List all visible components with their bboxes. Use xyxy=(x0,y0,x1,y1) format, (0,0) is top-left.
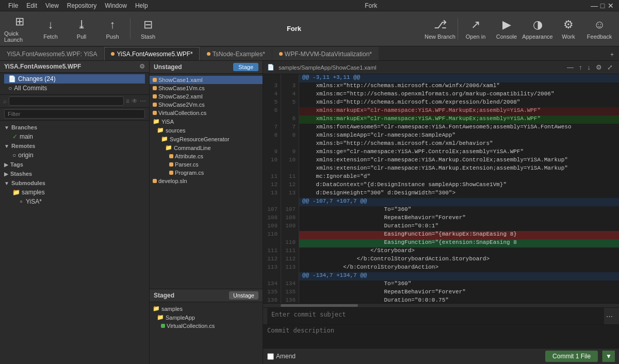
open-in-label: Open in xyxy=(466,34,486,40)
commit-options-button[interactable]: ⋯ xyxy=(604,311,615,321)
menu-repository[interactable]: Repository xyxy=(63,2,101,9)
remotes-arrow: ▼ xyxy=(4,143,9,149)
tab-modified-dot2 xyxy=(207,52,210,56)
menu-help[interactable]: Help xyxy=(131,2,152,9)
sidebar-changes[interactable]: 📄 Changes (24) xyxy=(4,74,145,84)
line-content: </b:ControlStoryboardAction> xyxy=(299,264,619,272)
tags-header[interactable]: ▶ Tags xyxy=(0,160,149,169)
diff-line: 135135 RepeatBehavior="Forever" xyxy=(263,289,619,297)
folder-commandline[interactable]: 📁 CommandLine xyxy=(150,143,263,152)
sidebar-settings-icon[interactable]: ⚙ xyxy=(139,63,145,70)
diff-expand-button[interactable]: ⤢ xyxy=(605,62,615,72)
line-num-left xyxy=(263,165,281,173)
staged-folder-samples[interactable]: 📁 samples xyxy=(150,304,263,313)
submodules-header[interactable]: ▼ Submodules xyxy=(0,178,149,188)
new-tab-button[interactable]: + xyxy=(605,49,619,60)
work-label: Work xyxy=(562,34,575,40)
diff-line: 111111 </Storyboard> xyxy=(263,247,619,256)
fetch-icon: ↓ xyxy=(48,18,54,31)
file-showcase1-xaml[interactable]: ShowCase1.xaml xyxy=(150,76,263,84)
file-attribute-cs[interactable]: Attribute.cs xyxy=(150,152,263,160)
diff-prev-button[interactable]: ↑ xyxy=(577,62,584,72)
maximize-button[interactable]: □ xyxy=(598,2,607,10)
file-showcase1vm-label: ShowCase1Vm.cs xyxy=(158,85,205,91)
menu-window[interactable]: Window xyxy=(101,2,131,9)
line-num-left: 107 xyxy=(263,206,281,214)
folder-icon: 📁 xyxy=(12,189,20,196)
file-showcase2vm-cs[interactable]: ShowCase2Vm.cs xyxy=(150,101,263,109)
folder-yisa[interactable]: 📁 YiSA xyxy=(150,117,263,126)
work-button[interactable]: ⚙ Work xyxy=(553,14,584,43)
new-branch-button[interactable]: ⎇ New Branch xyxy=(425,14,455,43)
commit-subject-input[interactable] xyxy=(267,308,604,324)
line-content: @@ -134,7 +134,7 @@ xyxy=(299,272,619,280)
branch-main[interactable]: ✓ main xyxy=(0,132,149,141)
tab-repo1[interactable]: YiSA.FontAwesome5.WPF: YiSA xyxy=(0,47,104,60)
file-virtualcollection-cs[interactable]: VirtualCollection.cs xyxy=(150,109,263,117)
file-program-cs[interactable]: Program.cs xyxy=(150,169,263,177)
tab-repo2[interactable]: YiSA.FontAwesome5.WPF* xyxy=(104,47,199,60)
sidebar-eye-icon[interactable]: 👁 xyxy=(132,97,138,105)
folder-svgresource[interactable]: 📁 SvgResourceGenerator xyxy=(150,135,263,143)
minimize-button[interactable]: — xyxy=(590,2,598,10)
feedback-button[interactable]: ☺ Feedback xyxy=(584,14,615,43)
diff-line: 6 xmlns:markupEx="clr-namespace:YiSA.WPF… xyxy=(263,107,619,115)
file-parser-cs[interactable]: Parser.cs xyxy=(150,160,263,169)
sidebar-filter-icon[interactable]: ≡ xyxy=(126,97,129,105)
diff-line: xmlns:extension="clr-namespace:YiSA.Mark… xyxy=(263,165,619,173)
menu-edit[interactable]: Edit xyxy=(22,2,41,9)
folder-svg-label: SvgResourceGenerator xyxy=(170,136,230,142)
line-content: xmlns:d="http://schemas.microsoft.com/ex… xyxy=(299,99,619,107)
unstage-button[interactable]: Unstage xyxy=(229,291,258,300)
commit-description-input[interactable] xyxy=(263,325,619,349)
tab-repo3[interactable]: TsNode-Examples* xyxy=(200,47,272,60)
remotes-header[interactable]: ▼ Remotes xyxy=(0,141,149,151)
staged-file-virtualcollection[interactable]: VirtualCollection.cs xyxy=(150,322,263,330)
stage-button[interactable]: Stage xyxy=(233,63,258,71)
staged-folder-sampleapp[interactable]: 📁 SampleApp xyxy=(150,313,263,322)
commit-button[interactable]: Commit 1 File xyxy=(545,351,598,362)
filter-input[interactable] xyxy=(4,109,145,119)
menu-view[interactable]: View xyxy=(41,2,63,9)
diff-content[interactable]: @@ -3,11 +3,11 @@33 xmlns:x="http://sche… xyxy=(263,74,619,303)
stashes-header[interactable]: ▶ Stashes xyxy=(0,169,149,178)
appearance-button[interactable]: ◑ Appearance xyxy=(522,14,553,43)
console-button[interactable]: ▶ Console xyxy=(491,14,522,43)
menu-file[interactable]: File xyxy=(4,2,22,9)
open-in-button[interactable]: ↗ Open in xyxy=(460,14,491,43)
sidebar-all-commits[interactable]: ○ All Commits xyxy=(4,84,145,93)
folder-sources[interactable]: 📁 sources xyxy=(150,126,263,135)
branches-header[interactable]: ▼ Branches xyxy=(0,123,149,132)
amend-checkbox-label[interactable]: Amend xyxy=(267,353,296,360)
sidebar-menu-icon[interactable]: ⋯ xyxy=(140,97,146,105)
fetch-button[interactable]: ↓ Fetch xyxy=(35,14,66,43)
line-num-left: 5 xyxy=(263,99,281,107)
close-button[interactable]: ✕ xyxy=(607,2,615,10)
diff-next-button[interactable]: ↓ xyxy=(585,62,593,72)
remotes-section: ▼ Remotes ○ origin xyxy=(0,141,149,160)
diff-horizontal-scrollbar[interactable] xyxy=(263,303,619,307)
tab-repo4[interactable]: WPF-MVVM-DataVirtualization* xyxy=(272,47,379,60)
submodule-yisa[interactable]: ⚬ YiSA* xyxy=(0,197,149,206)
push-button[interactable]: ↑ Push xyxy=(97,14,128,43)
diff-line: @@ -107,7 +107,7 @@ xyxy=(263,198,619,206)
unstaged-label: Unstaged xyxy=(154,63,182,71)
amend-checkbox[interactable] xyxy=(267,353,274,360)
hscroll-thumb[interactable] xyxy=(281,304,358,307)
quick-launch-button[interactable]: ⊞ Quick Launch xyxy=(4,14,35,43)
file-status-dot2 xyxy=(153,86,157,90)
pull-button[interactable]: ⤓ Pull xyxy=(66,14,97,43)
diff-settings-button[interactable]: ⚙ xyxy=(594,62,604,72)
file-develop-sln[interactable]: develop.sln xyxy=(150,177,263,185)
submodule-samples[interactable]: 📁 samples xyxy=(0,188,149,197)
sidebar-search-input[interactable] xyxy=(9,96,124,106)
commit-dropdown-button[interactable]: ▼ xyxy=(602,351,615,362)
file-showcase1vm-cs[interactable]: ShowCase1Vm.cs xyxy=(150,84,263,92)
remote-origin[interactable]: ○ origin xyxy=(0,151,149,160)
file-showcase2-xaml[interactable]: ShowCase2.xaml xyxy=(150,92,263,101)
stash-button[interactable]: ⊟ Stash xyxy=(133,14,164,43)
staged-vc-label: VirtualCollection.cs xyxy=(167,323,215,329)
diff-line: 134134 To="360" xyxy=(263,280,619,289)
submodules-label: Submodules xyxy=(11,180,45,186)
diff-minimize-button[interactable]: — xyxy=(565,62,576,72)
